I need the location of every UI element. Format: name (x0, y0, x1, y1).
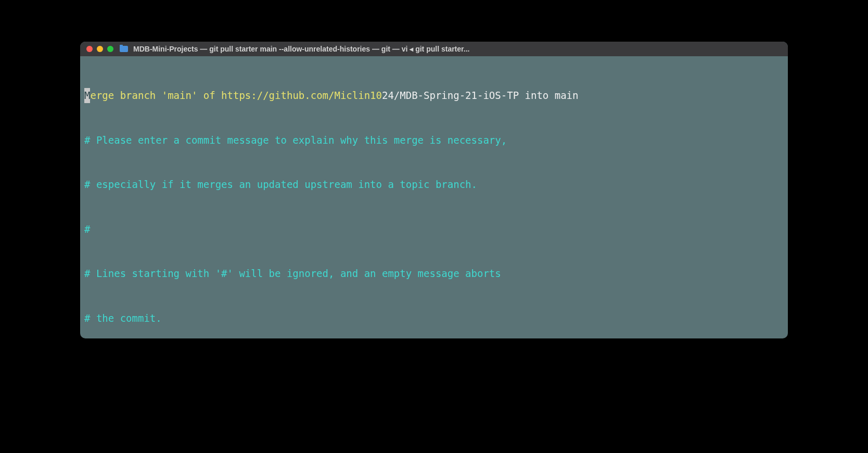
cursor: M (84, 88, 90, 103)
close-button[interactable] (86, 46, 93, 52)
terminal-window: MDB-Mini-Projects — git pull starter mai… (80, 42, 788, 338)
window-title: MDB-Mini-Projects — git pull starter mai… (133, 45, 782, 53)
minimize-button[interactable] (97, 46, 103, 52)
comment-line: # (84, 222, 784, 237)
editor-area[interactable]: Merge branch 'main' of https://github.co… (80, 56, 788, 338)
comment-line: # Lines starting with '#' will be ignore… (84, 266, 784, 281)
comment-line: # the commit. (84, 311, 784, 326)
comment-line: # Please enter a commit message to expla… (84, 133, 784, 148)
commit-message-line[interactable]: Merge branch 'main' of https://github.co… (84, 88, 784, 103)
commit-msg-part1: erge branch 'main' of https://github.com… (90, 88, 382, 103)
comment-line: # especially if it merges an updated ups… (84, 177, 784, 192)
traffic-lights (86, 46, 113, 52)
titlebar[interactable]: MDB-Mini-Projects — git pull starter mai… (80, 42, 788, 56)
commit-msg-part2: 24/MDB-Spring-21-iOS-TP into main (382, 88, 579, 103)
maximize-button[interactable] (107, 46, 113, 52)
folder-icon (120, 46, 128, 52)
